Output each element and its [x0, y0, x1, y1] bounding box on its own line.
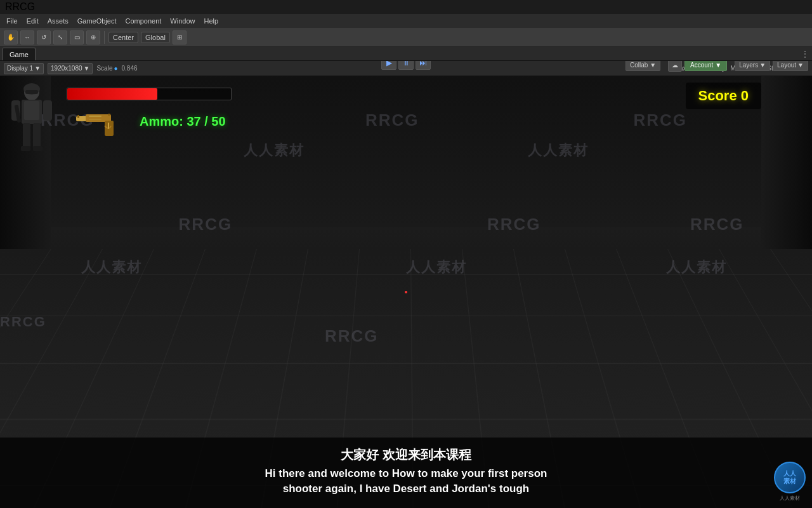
logo-circle: 人人素材 [774, 462, 806, 493]
center-toggle[interactable]: Center [108, 32, 138, 43]
scale-number: 0.846 [122, 65, 138, 72]
account-label: Account [690, 62, 713, 69]
global-label: Global [145, 34, 166, 41]
display-dropdown: ▼ [34, 65, 41, 72]
resolution-dropdown: ▼ [84, 65, 90, 72]
bottom-logo: 人人素材 人人素材 [774, 462, 806, 502]
subtitle-bar: 大家好 欢迎来到本课程 Hi there and welcome to How … [0, 438, 812, 508]
ceiling [0, 76, 812, 227]
global-toggle[interactable]: Global [141, 32, 170, 43]
rotate-tool[interactable]: ↺ [37, 30, 51, 44]
scale-tool[interactable]: ⤡ [53, 30, 67, 44]
logo-text: 人人素材 [783, 470, 796, 485]
menu-component[interactable]: Component [121, 16, 165, 26]
layers-dropdown-icon: ▼ [759, 62, 766, 69]
account-dropdown-icon: ▼ [715, 62, 721, 69]
menu-assets[interactable]: Assets [44, 16, 72, 26]
crosshair [405, 291, 407, 293]
menu-bar: File Edit Assets GameObject Component Wi… [0, 14, 812, 28]
display-select[interactable]: Display 1 ▼ [4, 63, 44, 74]
subtitle-english-line1: Hi there and welcome to How to make your… [265, 467, 547, 479]
layout-dropdown-icon: ▼ [797, 62, 804, 69]
snap-btn[interactable]: ⊞ [173, 30, 187, 44]
menu-edit[interactable]: Edit [23, 16, 43, 26]
scale-item: Scale ● [96, 65, 117, 72]
layers-label: Layers [739, 62, 758, 69]
scale-value: 0.846 [122, 65, 138, 72]
title-logo: RRCG [5, 1, 35, 13]
subtitle-chinese: 大家好 欢迎来到本课程 [13, 446, 799, 464]
subtitle-english-line2: shooter again, I have Desert and Jordan'… [283, 483, 530, 495]
layout-label: Layout [777, 62, 796, 69]
collab-label: Collab ▼ [630, 62, 656, 69]
resolution-select[interactable]: 1920x1080 ▼ [48, 63, 93, 74]
multi-tool[interactable]: ⊕ [86, 30, 100, 44]
game-scene: RRCG RRCG RRCG RRCG RRCG RRCG RRCG RRCG … [0, 76, 812, 508]
tab-game[interactable]: Game [3, 48, 36, 60]
game-view: RRCG RRCG RRCG RRCG RRCG RRCG RRCG RRCG … [0, 76, 812, 508]
toolbar: ✋ ↔ ↺ ⤡ ▭ ⊕ Center Global ⊞ ▶ ⏸ ⏭ Collab… [0, 28, 812, 47]
center-label: Center [113, 34, 134, 41]
menu-gameobject[interactable]: GameObject [74, 16, 121, 26]
scale-dot: ● [114, 65, 117, 72]
tab-options-icon[interactable]: ⋮ [801, 49, 809, 59]
tab-game-label: Game [10, 51, 29, 58]
move-tool[interactable]: ↔ [20, 30, 34, 44]
menu-help[interactable]: Help [200, 16, 222, 26]
resolution-label: 1920x1080 [51, 65, 82, 72]
tab-bar: Game ⋮ [0, 47, 812, 61]
rect-tool[interactable]: ▭ [70, 30, 84, 44]
hand-tool[interactable]: ✋ [4, 30, 18, 44]
subtitle-english: Hi there and welcome to How to make your… [13, 466, 799, 497]
toolbar-sep1 [104, 31, 105, 44]
title-bar: RRCG [0, 0, 812, 14]
scale-label: Scale [96, 65, 112, 72]
menu-file[interactable]: File [3, 16, 22, 26]
display-label: Display 1 [7, 65, 33, 72]
menu-window[interactable]: Window [166, 16, 199, 26]
logo-subtext: 人人素材 [780, 495, 800, 502]
